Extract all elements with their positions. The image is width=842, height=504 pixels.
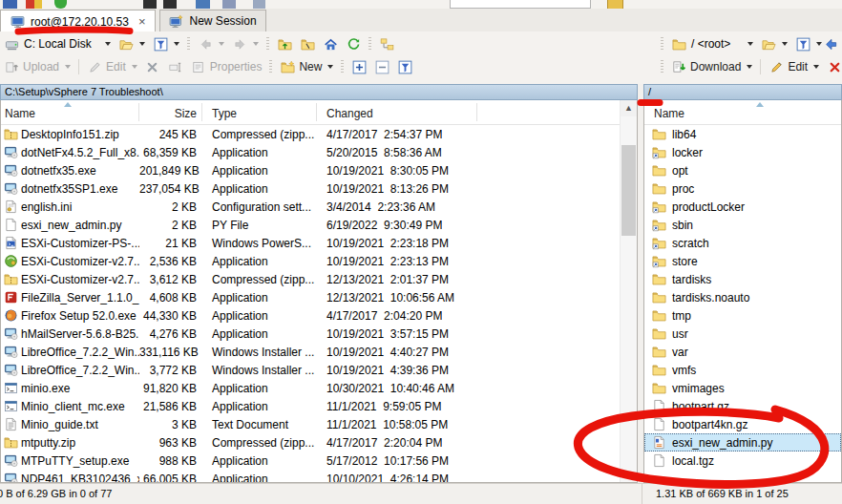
remote-file-row[interactable]: tardisks.noauto xyxy=(644,288,841,306)
installer-icon xyxy=(1,453,21,468)
folder-icon xyxy=(652,308,667,323)
remote-file-row[interactable]: vmfs xyxy=(644,361,841,379)
local-new-button[interactable]: New xyxy=(276,57,337,76)
local-refresh-button[interactable] xyxy=(342,34,365,53)
scroll-up-icon[interactable]: ▲ xyxy=(621,100,637,116)
file-row[interactable]: Firefox Setup 52.0.exe44,330 KBApplicati… xyxy=(1,306,620,325)
remote-file-row-selected[interactable]: esxi_new_admin.py xyxy=(644,433,841,452)
local-open-directory-button[interactable] xyxy=(115,34,149,53)
file-size: 2 KB xyxy=(139,200,202,214)
synchronize-browsing-button[interactable] xyxy=(375,34,398,53)
remote-file-row[interactable]: opt xyxy=(644,161,841,179)
remote-file-row[interactable]: productLocker xyxy=(644,198,841,216)
file-changed: 12/13/2021 10:06:56 AM xyxy=(317,291,454,304)
select-files-button[interactable] xyxy=(347,57,370,76)
chevron-down-icon xyxy=(747,42,753,46)
column-header-name[interactable]: Name xyxy=(654,107,684,120)
upload-button[interactable]: Upload xyxy=(0,57,74,76)
local-filter-button[interactable] xyxy=(149,34,183,53)
file-row[interactable]: Minio_guide.txt3 KBText Document11/1/202… xyxy=(1,415,620,433)
file-row[interactable]: esxi_new_admin.py2 KBPY File6/19/2022 9:… xyxy=(1,216,620,234)
file-type: Application xyxy=(202,255,317,268)
local-root-directory-button[interactable] xyxy=(296,34,319,53)
remote-file-row[interactable]: tardisks xyxy=(644,270,841,288)
remote-file-row[interactable]: sbin xyxy=(644,216,841,234)
local-back-button[interactable] xyxy=(194,34,228,53)
file-row[interactable]: minio.exe91,820 KBApplication10/30/2021 … xyxy=(1,379,620,397)
file-row[interactable]: Minio_client_mc.exe21,586 KBApplication1… xyxy=(1,397,620,415)
powershell-file-icon xyxy=(1,236,21,250)
unselect-files-button[interactable] xyxy=(370,57,393,76)
column-divider[interactable] xyxy=(476,103,477,121)
file-row[interactable]: ESXi-Customizer-v2.7...2,536 KBApplicati… xyxy=(1,252,620,270)
file-row[interactable]: MTPuTTY_setup.exe988 KBApplication5/17/2… xyxy=(1,452,620,470)
file-row[interactable]: LibreOffice_7.2.2_Win...331,116 KBWindow… xyxy=(1,343,620,361)
file-row[interactable]: ESXi-Customizer-v2.7...3,612 KBCompresse… xyxy=(1,270,620,288)
remote-column-header: Name xyxy=(644,100,841,125)
local-status: 0 B of 6.29 GB in 0 of 77 xyxy=(0,484,642,504)
close-session-icon[interactable]: × xyxy=(138,14,146,29)
file-type: Application xyxy=(202,146,317,159)
file-row[interactable]: NDP461_KB3102436_x...66,005 KBApplicatio… xyxy=(1,470,620,482)
file-row[interactable]: hMailServer-5.6.8-B25...4,276 KBApplicat… xyxy=(1,325,620,343)
column-header-name[interactable]: Name xyxy=(5,107,35,120)
file-row[interactable]: english.ini2 KBConfiguration sett...3/4/… xyxy=(1,198,620,216)
remote-file-row[interactable]: local.tgz xyxy=(644,452,841,470)
file-row[interactable]: FileZilla_Server_1.1.0_...4,608 KBApplic… xyxy=(1,288,620,306)
column-divider[interactable] xyxy=(138,103,139,121)
remote-open-directory-button[interactable] xyxy=(757,34,791,53)
remote-path-bar[interactable]: / xyxy=(643,84,842,100)
file-size: 91,820 KB xyxy=(139,382,202,395)
selection-filter-button[interactable] xyxy=(393,57,416,76)
file-row[interactable]: ESXi-Customizer-PS-...21 KBWindows Power… xyxy=(1,234,620,252)
file-size: 237,054 KB xyxy=(139,182,202,196)
column-header-size[interactable]: Size xyxy=(139,107,197,120)
remote-file-row[interactable]: locker xyxy=(644,143,841,161)
local-forward-button[interactable] xyxy=(228,34,263,53)
scrollbar-thumb[interactable] xyxy=(621,145,636,236)
remote-file-row[interactable]: bootpart.gz xyxy=(644,397,841,415)
file-row[interactable]: LibreOffice_7.2.2_Win...3,772 KBWindows … xyxy=(1,361,620,379)
sync-folders-icon xyxy=(379,36,394,52)
file-type: Application xyxy=(202,309,317,323)
local-delete-button[interactable] xyxy=(141,57,164,76)
folder-link-icon xyxy=(652,145,667,159)
column-header-type[interactable]: Type xyxy=(212,107,237,120)
file-row[interactable]: mtputty.zip963 KBCompressed (zipp...4/17… xyxy=(1,433,620,452)
file-row[interactable]: DesktopInfo151.zip245 KBCompressed (zipp… xyxy=(1,125,620,143)
remote-file-row[interactable]: store xyxy=(644,252,841,270)
local-scrollbar[interactable]: ▲ xyxy=(620,100,637,482)
local-path-bar[interactable]: C:\Setup\vSphere 7 Troubleshoot\ xyxy=(0,84,638,100)
local-parent-directory-button[interactable] xyxy=(273,34,296,53)
file-row[interactable]: dotnetfx35.exe201,849 KBApplication10/19… xyxy=(1,161,620,179)
file-row[interactable]: dotNetFx4.5.2_Full_x8...68,359 KBApplica… xyxy=(1,143,620,161)
remote-path-selector[interactable]: / <root> xyxy=(667,34,757,53)
local-edit-button[interactable]: Edit xyxy=(83,57,141,76)
remote-edit-button[interactable]: Edit xyxy=(765,57,823,76)
local-home-directory-button[interactable] xyxy=(319,34,342,53)
session-tab-active[interactable]: root@172.20.10.53 × xyxy=(0,10,156,32)
column-divider[interactable] xyxy=(316,103,317,121)
zip-icon xyxy=(1,435,21,450)
remote-back-button[interactable] xyxy=(819,34,842,53)
column-header-changed[interactable]: Changed xyxy=(326,107,373,120)
column-divider[interactable] xyxy=(201,103,202,121)
remote-file-row[interactable]: var xyxy=(644,343,841,361)
remote-file-row[interactable]: usr xyxy=(644,325,841,343)
file-name: Minio_client_mc.exe xyxy=(21,400,139,413)
remote-delete-button[interactable] xyxy=(823,57,842,76)
download-button[interactable]: Download xyxy=(667,57,756,76)
remote-file-row[interactable]: scratch xyxy=(644,234,841,252)
local-properties-button[interactable]: Properties xyxy=(187,57,266,76)
session-tab-new[interactable]: New Session xyxy=(159,10,266,32)
remote-file-row[interactable]: lib64 xyxy=(644,125,841,143)
file-row[interactable]: dotnetfx35SP1.exe237,054 KBApplication10… xyxy=(1,179,620,198)
file-type: Windows Installer ... xyxy=(202,346,317,359)
remote-file-row[interactable]: bootpart4kn.gz xyxy=(644,415,841,433)
remote-file-row[interactable]: vmimages xyxy=(644,379,841,397)
remote-file-row[interactable]: proc xyxy=(644,179,841,198)
local-rename-button[interactable] xyxy=(164,57,187,76)
remote-file-row[interactable]: tmp xyxy=(644,306,841,325)
local-drive-selector[interactable]: C: Local Disk xyxy=(0,34,115,53)
address-box-partial[interactable] xyxy=(450,0,591,9)
